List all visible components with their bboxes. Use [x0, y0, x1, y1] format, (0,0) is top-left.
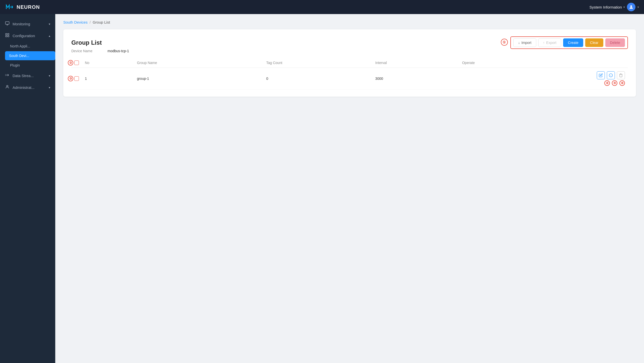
header: NEURON System Information ▾ ▾	[0, 0, 644, 14]
delete-button[interactable]: Delete	[605, 38, 625, 47]
trash-icon	[619, 73, 623, 77]
edit-button[interactable]	[597, 71, 605, 79]
svg-point-12	[7, 85, 8, 87]
sidebar-item-monitoring[interactable]: Monitoring ▾	[0, 18, 55, 30]
sidebar-item-north-appli[interactable]: North Appli...	[5, 42, 55, 51]
breadcrumb-separator: /	[90, 20, 91, 24]
col-group-name: Group Name	[134, 58, 263, 68]
cell-tag-count: 0	[263, 68, 372, 90]
group-table: ② No Group Name Tag Count Interval Opera…	[71, 58, 628, 90]
annotation-3: ③	[68, 76, 73, 81]
import-label: Import	[521, 41, 531, 45]
plugin-label: Plugin	[10, 63, 20, 67]
table-header: ② No Group Name Tag Count Interval Opera…	[71, 58, 628, 68]
neuron-logo-icon	[5, 3, 14, 12]
sidebar-item-plugin[interactable]: Plugin	[5, 61, 55, 70]
sidebar-sub-configuration: North Appli... South Devi... Plugin	[0, 42, 55, 70]
info-button[interactable]	[607, 71, 615, 79]
table-header-row: ② No Group Name Tag Count Interval Opera…	[71, 58, 628, 68]
info-icon	[609, 73, 613, 77]
annotation-5: ⑤	[612, 80, 617, 86]
clear-button[interactable]: Clear	[585, 38, 603, 47]
south-devi-label: South Devi...	[9, 54, 29, 58]
card-title-section: Group List	[71, 39, 102, 46]
table-body: ③ 1 group-1 0 3000	[71, 68, 628, 90]
system-info-label: System Information	[589, 5, 622, 9]
sidebar-item-configuration-label: Configuration	[13, 34, 46, 38]
sidebar: Monitoring ▾ Configuration ▴ North Appli…	[0, 14, 55, 363]
svg-rect-9	[8, 33, 9, 35]
north-appli-label: North Appli...	[10, 44, 30, 48]
group-table-container: ② No Group Name Tag Count Interval Opera…	[71, 58, 628, 90]
group-list-card: Group List ① ↓ Import ↑ Export	[63, 29, 636, 97]
sidebar-item-administrat-label: Administrat...	[13, 85, 46, 90]
user-icon	[629, 5, 634, 10]
import-icon: ↓	[518, 41, 520, 45]
sidebar-item-configuration[interactable]: Configuration ▴	[0, 30, 55, 42]
admin-icon	[5, 85, 10, 90]
sidebar-item-monitoring-label: Monitoring	[13, 22, 46, 26]
row-1-checkbox[interactable]	[74, 76, 79, 81]
logo: NEURON	[5, 3, 40, 12]
export-button[interactable]: ↑ Export	[538, 38, 561, 47]
action-bar: ↓ Import ↑ Export Create Clear	[510, 36, 628, 49]
svg-rect-8	[6, 33, 7, 35]
sidebar-item-data-strea-label: Data Strea...	[13, 74, 46, 78]
system-info-chevron: ▾	[623, 6, 625, 9]
user-chevron[interactable]: ▾	[637, 6, 639, 9]
header-right: System Information ▾ ▾	[589, 3, 639, 11]
annotation-4: ④	[604, 80, 610, 86]
svg-point-4	[630, 5, 632, 7]
import-button[interactable]: ↓ Import	[513, 38, 536, 47]
device-name-label: Device Name	[71, 49, 92, 53]
system-info-button[interactable]: System Information ▾	[589, 5, 625, 9]
card-header-row: Group List ① ↓ Import ↑ Export	[71, 36, 628, 49]
annotation-row: ④ ⑤ ⑥	[604, 80, 625, 86]
header-checkbox-cell: ②	[71, 58, 82, 68]
annotation-2: ②	[68, 60, 73, 66]
export-icon: ↑	[543, 41, 545, 45]
toolbar-area: ① ↓ Import ↑ Export Create	[501, 36, 628, 49]
create-button[interactable]: Create	[563, 38, 583, 47]
device-info-row: Device Name modbus-tcp-1	[71, 49, 628, 53]
annotation-6: ⑥	[619, 80, 625, 86]
svg-rect-5	[6, 22, 9, 24]
logo-text: NEURON	[17, 4, 40, 10]
sidebar-item-data-strea[interactable]: Data Strea... ▾	[0, 70, 55, 82]
col-operate: Operate	[459, 58, 628, 68]
configuration-icon	[5, 33, 10, 39]
breadcrumb: South Devices / Group List	[63, 20, 636, 24]
app-body: Monitoring ▾ Configuration ▴ North Appli…	[0, 14, 644, 363]
data-stream-icon	[5, 73, 10, 79]
card-title: Group List	[71, 39, 102, 46]
monitoring-icon	[5, 21, 10, 27]
svg-rect-11	[8, 36, 9, 37]
col-no: No	[82, 58, 134, 68]
operate-column: ④ ⑤ ⑥	[462, 71, 625, 86]
data-strea-arrow: ▾	[49, 74, 50, 78]
clear-label: Clear	[590, 41, 598, 45]
table-row: ③ 1 group-1 0 3000	[71, 68, 628, 90]
cell-operate: ④ ⑤ ⑥	[459, 68, 628, 90]
row-checkbox-cell: ③	[71, 68, 82, 90]
select-all-checkbox[interactable]	[74, 60, 79, 65]
op-buttons	[597, 71, 625, 79]
device-name-value: modbus-tcp-1	[108, 49, 129, 53]
export-label: Export	[546, 41, 556, 45]
row-delete-button[interactable]	[617, 71, 625, 79]
col-interval: Interval	[372, 58, 459, 68]
admin-svg	[5, 85, 10, 89]
cell-no: 1	[82, 68, 134, 90]
edit-icon	[599, 73, 603, 77]
col-tag-count: Tag Count	[263, 58, 372, 68]
cell-group-name: group-1	[134, 68, 263, 90]
annotation-1: ①	[501, 39, 508, 46]
sidebar-item-south-devi[interactable]: South Devi...	[5, 51, 55, 60]
breadcrumb-parent[interactable]: South Devices	[63, 20, 88, 24]
monitoring-arrow: ▾	[49, 22, 50, 26]
datastream-svg	[5, 73, 10, 77]
create-label: Create	[568, 41, 578, 45]
monitor-svg	[5, 21, 10, 26]
sidebar-item-administrat[interactable]: Administrat... ▾	[0, 82, 55, 93]
user-avatar[interactable]	[627, 3, 635, 11]
